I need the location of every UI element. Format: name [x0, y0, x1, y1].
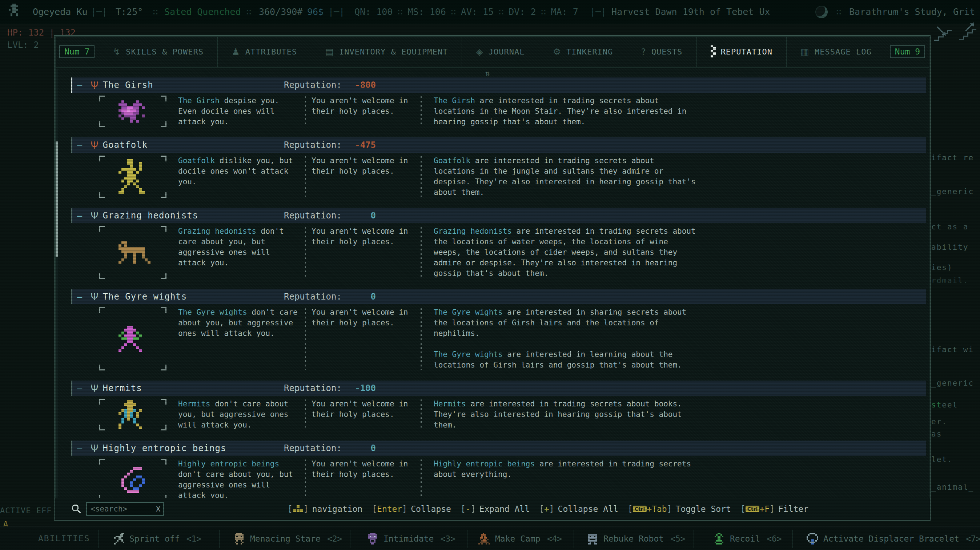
tab-journal[interactable]: ◈JOURNAL: [461, 37, 538, 67]
faction-header[interactable]: −ΨThe Gyre wightsReputation:0: [71, 289, 926, 304]
faction-name-inline: The Girsh: [178, 96, 220, 105]
scrollbar[interactable]: [56, 70, 58, 498]
column-divider: [421, 227, 422, 278]
ability-hotkey: <1>: [186, 534, 202, 544]
search-icon: [71, 504, 82, 514]
stat-readout: DV: 2: [509, 0, 536, 24]
separator: |─|: [91, 0, 107, 24]
bracket: ]: [471, 504, 476, 513]
ability-displacer[interactable]: Activate Displacer Bracelet<7>: [807, 527, 980, 550]
intimidate-icon: [367, 533, 379, 545]
column-divider: [305, 227, 306, 278]
faction-sprite-box: [99, 226, 167, 279]
tab-reputation[interactable]: REPUTATION: [697, 37, 787, 67]
collapse-icon[interactable]: −: [77, 140, 83, 150]
ability-divider: [694, 529, 694, 548]
book-icon: ◈: [476, 47, 483, 56]
carry-weight: 360/390#: [259, 0, 302, 24]
interest-paragraph: Grazing hedonists are interested in trad…: [434, 226, 700, 279]
stat-readout: MA: 7: [551, 0, 578, 24]
faction-header[interactable]: −ΨGrazing hedonistsReputation:0: [71, 208, 926, 223]
interest-paragraph: The Gyre wights are interested in sharin…: [434, 307, 700, 339]
stat-readout: MS: 106: [407, 0, 445, 24]
tab-message-log[interactable]: ▥MESSAGE LOG: [786, 37, 886, 67]
background-fragment: _generic: [931, 379, 980, 388]
holy-places-text: You aren't welcome in their holy places.: [312, 399, 412, 431]
collapse-icon[interactable]: −: [77, 292, 83, 302]
ability-robot[interactable]: Rebuke Robot<5>: [587, 527, 686, 550]
collapse-icon[interactable]: −: [77, 211, 83, 221]
ctrl-key-badge: Ctrl: [633, 505, 647, 512]
faction-name-inline: Goatfolk: [434, 156, 470, 165]
separator: ∷: [246, 0, 251, 24]
frame-corner: [99, 307, 105, 313]
quest-icon: ?: [641, 47, 646, 56]
ability-stare[interactable]: Menacing Stare<2>: [233, 527, 342, 550]
tab-hotkey-right[interactable]: Num 9: [890, 45, 925, 58]
tab-quests[interactable]: ?QUESTS: [627, 37, 696, 67]
player-icon: [9, 4, 20, 16]
faction-sprite-box: [99, 399, 167, 431]
faction-details: Grazing hedonists don't care about you, …: [71, 223, 926, 285]
frame-corner: [161, 273, 167, 279]
tab-tinkering[interactable]: ⚙TINKERING: [539, 37, 627, 67]
bracket: [: [288, 504, 293, 513]
collapse-icon[interactable]: −: [77, 443, 83, 453]
navigation-pad-icon: [293, 505, 304, 513]
faction-header[interactable]: −ΨHermitsReputation:-100: [71, 381, 926, 396]
stat-readouts: QN: 100∷MS: 106∷AV: 15∷DV: 2∷MA: 7: [355, 0, 578, 24]
bracket: ]: [770, 504, 775, 513]
faction-sprite: [116, 467, 151, 493]
ability-state: off: [165, 534, 180, 544]
ability-camp[interactable]: Make Camp<4>: [478, 527, 562, 550]
holy-places-text: You aren't welcome in their holy places.: [312, 156, 412, 198]
faction-header[interactable]: ❯−ΨThe GirshReputation:-800: [71, 78, 926, 93]
status-bar: Ogeyeda Ku |─| T:25° ∷ Sated Quenched ∷ …: [0, 0, 980, 24]
collapse-icon[interactable]: −: [77, 383, 83, 393]
faction-name: Highly entropic beings: [103, 443, 226, 453]
faction-sprite: [116, 326, 151, 352]
search-input[interactable]: [86, 502, 164, 516]
ability-label: Intimidate: [383, 534, 434, 544]
hint-label: navigation: [312, 504, 363, 513]
faction-icon: Ψ: [91, 211, 98, 221]
keybind-hint: []navigation: [288, 504, 363, 513]
ability-intimidate[interactable]: Intimidate<3>: [367, 527, 455, 550]
reputation-dialog: Num 7↯SKILLS & POWERS♟ATTRIBUTES▤INVENTO…: [54, 35, 931, 521]
faction-name: Grazing hedonists: [103, 210, 199, 221]
bracket: [: [461, 504, 466, 513]
separator: |─|: [328, 0, 345, 24]
frame-corner: [99, 95, 105, 102]
frame-corner: [161, 156, 167, 161]
faction-name: The Girsh: [103, 80, 153, 90]
clear-search-button[interactable]: X: [156, 505, 160, 513]
ability-sprint[interactable]: Sprintoff<1>: [113, 527, 201, 550]
bracket: ]: [402, 504, 407, 513]
scrollbar-thumb[interactable]: [56, 141, 58, 257]
faction-header[interactable]: −ΨGoatfolkReputation:-475: [71, 137, 926, 153]
ability-divider: [467, 529, 468, 548]
separator: ∷: [836, 0, 842, 24]
faction-name-inline: Goatfolk: [178, 156, 215, 165]
player-name: Ogeyeda Ku: [33, 0, 88, 24]
collapse-icon[interactable]: −: [77, 80, 83, 90]
sort-handle-icon[interactable]: ⇅: [485, 69, 490, 78]
scroll-icon: ▥: [800, 47, 810, 56]
faction-name-inline: Grazing hedonists: [178, 227, 256, 235]
faction-icon: Ψ: [91, 443, 98, 453]
holy-places-text: You aren't welcome in their holy places.: [312, 95, 412, 127]
faction-sprite: [116, 400, 151, 429]
frame-corner: [99, 399, 105, 405]
background-fragment: _generic: [931, 187, 980, 196]
tab-inventory-equipment[interactable]: ▤INVENTORY & EQUIPMENT: [311, 37, 461, 67]
ability-divider: [574, 529, 574, 548]
tab-skills-powers[interactable]: ↯SKILLS & POWERS: [99, 37, 217, 67]
tab-label: ATTRIBUTES: [245, 47, 297, 56]
faction-header[interactable]: −ΨHighly entropic beingsReputation:0: [71, 440, 926, 456]
keybind-hints: []navigation[Enter]Collapse[-]Expand All…: [288, 504, 808, 513]
ability-hotkey: <7>: [966, 534, 980, 544]
faction-icon: Ψ: [91, 383, 98, 393]
tab-hotkey-left[interactable]: Num 7: [59, 45, 94, 58]
tab-attributes[interactable]: ♟ATTRIBUTES: [217, 37, 311, 67]
ability-recoil[interactable]: Recoil<6>: [713, 527, 782, 550]
